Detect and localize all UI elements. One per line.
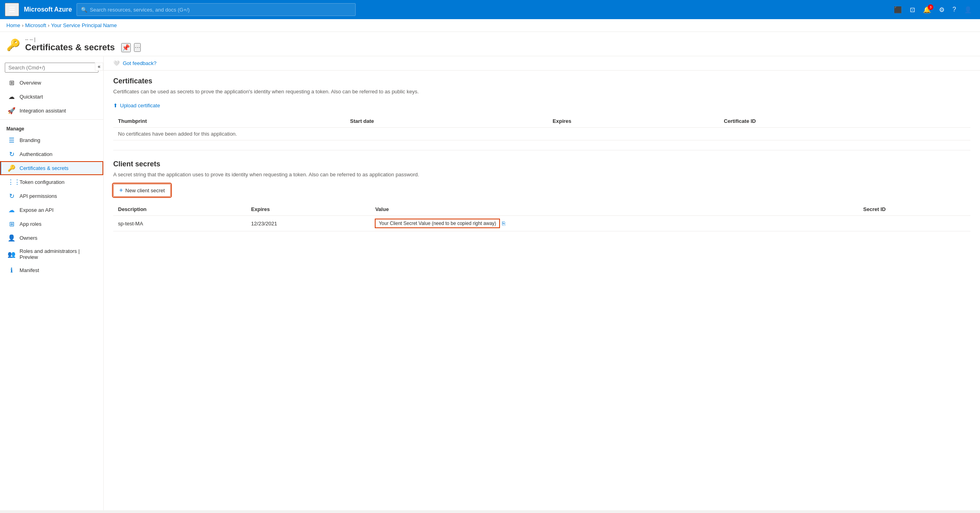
manifest-icon: ℹ bbox=[8, 266, 16, 274]
brand-logo: Microsoft Azure bbox=[24, 6, 72, 13]
search-icon: 🔍 bbox=[81, 7, 87, 13]
certificates-empty-message: No certificates have been added for this… bbox=[113, 128, 970, 140]
notification-badge: 3 bbox=[928, 4, 933, 10]
col-cert-id: Certificate ID bbox=[719, 115, 970, 128]
sidebar-label-api: API permissions bbox=[20, 193, 57, 199]
page-title: Certificates & secrets bbox=[25, 42, 115, 53]
sidebar: « ⊞ Overview ☁ Quickstart 🚀 Integration … bbox=[0, 56, 104, 510]
sidebar-label-overview: Overview bbox=[20, 80, 41, 86]
expose-api-icon: ☁ bbox=[8, 206, 16, 214]
sidebar-label-expose: Expose an API bbox=[20, 207, 53, 213]
secret-value-cell: Your Client Secret Value (need to be cop… bbox=[370, 216, 858, 231]
col-description: Description bbox=[113, 203, 246, 216]
breadcrumb-home[interactable]: Home bbox=[6, 22, 20, 28]
sidebar-label-roles: Roles and administrators | Preview bbox=[20, 248, 97, 260]
roles-icon: 👥 bbox=[8, 251, 16, 258]
sidebar-search-input[interactable] bbox=[5, 63, 98, 73]
sidebar-label-owners: Owners bbox=[20, 235, 37, 241]
search-input[interactable] bbox=[90, 7, 351, 13]
sidebar-item-api-permissions[interactable]: ↻ API permissions bbox=[0, 189, 103, 203]
app-name-prefix: -- -- | bbox=[25, 37, 141, 42]
overview-icon: ⊞ bbox=[8, 79, 16, 87]
plus-icon: + bbox=[119, 187, 123, 194]
sidebar-label-branding: Branding bbox=[20, 137, 40, 143]
sidebar-label-quickstart: Quickstart bbox=[20, 94, 43, 100]
feedback-bar[interactable]: 🤍 Got feedback? bbox=[104, 56, 980, 71]
help-icon[interactable]: ? bbox=[949, 4, 959, 15]
sidebar-label-integration: Integration assistant bbox=[20, 108, 66, 114]
upload-certificate-button[interactable]: ⬆ Upload certificate bbox=[113, 101, 160, 110]
col-expires: Expires bbox=[548, 115, 719, 128]
sidebar-item-authentication[interactable]: ↻ Authentication bbox=[0, 147, 103, 161]
breadcrumb-spn[interactable]: Your Service Principal Name bbox=[51, 22, 117, 28]
nav-icons: ⬛ ⊡ 🔔 3 ⚙ ? 👤 bbox=[891, 4, 975, 15]
api-permissions-icon: ↻ bbox=[8, 192, 16, 200]
integration-icon: 🚀 bbox=[8, 107, 16, 114]
client-secrets-desc: A secret string that the application use… bbox=[113, 172, 970, 178]
cloud-shell-icon[interactable]: ⬛ bbox=[891, 4, 905, 15]
secret-value-box: Your Client Secret Value (need to be cop… bbox=[375, 219, 500, 228]
certificates-icon: 🔑 bbox=[8, 164, 16, 172]
feedback-heart-icon: 🤍 bbox=[113, 60, 120, 66]
copy-icon[interactable]: ⎘ bbox=[502, 220, 505, 227]
client-secrets-title: Client secrets bbox=[113, 160, 970, 168]
account-icon[interactable]: 👤 bbox=[961, 4, 975, 15]
notifications-icon[interactable]: 🔔 3 bbox=[920, 4, 934, 15]
certificates-desc: Certificates can be used as secrets to p… bbox=[113, 89, 970, 95]
col-secret-id: Secret ID bbox=[858, 203, 970, 216]
new-secret-label: New client secret bbox=[125, 187, 165, 193]
sidebar-label-authentication: Authentication bbox=[20, 151, 52, 157]
quickstart-icon: ☁ bbox=[8, 93, 16, 101]
sidebar-manage-label: Manage bbox=[0, 121, 103, 133]
sidebar-item-roles-administrators[interactable]: 👥 Roles and administrators | Preview bbox=[0, 245, 103, 263]
pin-button[interactable]: 📌 bbox=[121, 43, 131, 52]
sidebar-label-approles: App roles bbox=[20, 221, 41, 227]
certificates-table: Thumbprint Start date Expires Certificat… bbox=[113, 115, 970, 140]
sidebar-label-token: Token configuration bbox=[20, 179, 65, 185]
main-inner: Certificates Certificates can be used as… bbox=[104, 71, 980, 241]
branding-icon: ☰ bbox=[8, 136, 16, 144]
sidebar-item-branding[interactable]: ☰ Branding bbox=[0, 133, 103, 147]
authentication-icon: ↻ bbox=[8, 150, 16, 158]
col-startdate: Start date bbox=[345, 115, 548, 128]
sidebar-label-certificates: Certificates & secrets bbox=[20, 165, 69, 171]
feedback-text: Got feedback? bbox=[123, 60, 157, 66]
breadcrumb-microsoft[interactable]: Microsoft bbox=[25, 22, 46, 28]
settings-icon[interactable]: ⚙ bbox=[936, 4, 948, 15]
sidebar-search-row: « bbox=[0, 59, 103, 76]
app-roles-icon: ⊞ bbox=[8, 220, 16, 228]
portal-menu-icon[interactable]: ⊡ bbox=[907, 4, 918, 15]
sidebar-item-expose-api[interactable]: ☁ Expose an API bbox=[0, 203, 103, 217]
breadcrumb-sep-2: › bbox=[48, 22, 49, 28]
sidebar-item-certificates-secrets[interactable]: 🔑 Certificates & secrets bbox=[0, 161, 103, 175]
page-title-group: -- -- | Certificates & secrets 📌 ··· bbox=[25, 37, 141, 53]
upload-icon: ⬆ bbox=[113, 103, 118, 109]
sidebar-item-quickstart[interactable]: ☁ Quickstart bbox=[0, 90, 103, 104]
token-icon: ⋮⋮ bbox=[8, 178, 16, 186]
table-row: sp-test-MA 12/23/2021 Your Client Secret… bbox=[113, 216, 970, 231]
search-bar[interactable]: 🔍 bbox=[77, 3, 356, 16]
hamburger-menu[interactable]: ☰ bbox=[5, 3, 19, 16]
sidebar-item-token-configuration[interactable]: ⋮⋮ Token configuration bbox=[0, 175, 103, 189]
sidebar-item-overview[interactable]: ⊞ Overview bbox=[0, 76, 103, 90]
secret-id bbox=[858, 216, 970, 231]
top-navigation: ☰ Microsoft Azure 🔍 ⬛ ⊡ 🔔 3 ⚙ ? 👤 bbox=[0, 0, 980, 19]
more-options-button[interactable]: ··· bbox=[134, 43, 141, 52]
main-content: 🤍 Got feedback? Certificates Certificate… bbox=[104, 56, 980, 510]
sidebar-item-app-roles[interactable]: ⊞ App roles bbox=[0, 217, 103, 231]
sidebar-collapse-button[interactable]: « bbox=[95, 63, 103, 71]
client-secrets-section: Client secrets A secret string that the … bbox=[113, 160, 970, 231]
secret-value-wrapper: Your Client Secret Value (need to be cop… bbox=[375, 219, 505, 228]
certificates-title: Certificates bbox=[113, 77, 970, 85]
col-thumbprint: Thumbprint bbox=[113, 115, 345, 128]
sidebar-item-owners[interactable]: 👤 Owners bbox=[0, 231, 103, 245]
upload-label: Upload certificate bbox=[120, 103, 160, 109]
new-client-secret-button[interactable]: + New client secret bbox=[113, 184, 171, 197]
certificates-section: Certificates Certificates can be used as… bbox=[113, 77, 970, 140]
sidebar-item-integration-assistant[interactable]: 🚀 Integration assistant bbox=[0, 104, 103, 118]
sidebar-divider-1 bbox=[0, 119, 103, 120]
page-header: 🔑 -- -- | Certificates & secrets 📌 ··· bbox=[0, 32, 980, 56]
sidebar-item-manifest[interactable]: ℹ Manifest bbox=[0, 263, 103, 277]
main-layout: « ⊞ Overview ☁ Quickstart 🚀 Integration … bbox=[0, 56, 980, 510]
sidebar-label-manifest: Manifest bbox=[20, 267, 39, 273]
